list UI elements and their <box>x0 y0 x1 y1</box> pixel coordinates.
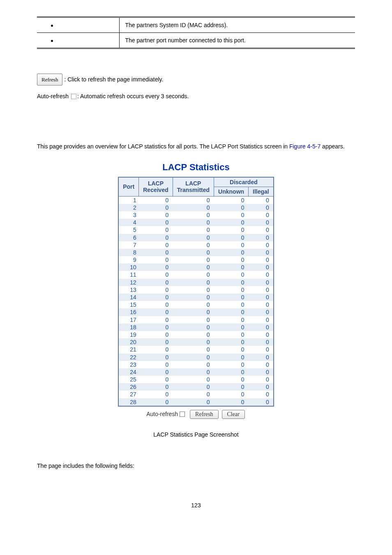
cell-lacp-received: 0 <box>139 308 173 316</box>
following-fields-text: The page includes the following fields: <box>37 462 355 469</box>
cell-lacp-received: 0 <box>139 331 173 338</box>
cell-discarded-illegal: 0 <box>249 354 274 361</box>
col-header-lacp-received: LACPReceived <box>139 177 173 197</box>
cell-port: 19 <box>118 331 139 338</box>
cell-discarded-illegal: 0 <box>249 324 274 331</box>
cell-discarded-illegal: 0 <box>249 264 274 271</box>
cell-port: 22 <box>118 354 139 361</box>
cell-lacp-received: 0 <box>139 286 173 294</box>
cell-lacp-received: 0 <box>139 391 173 398</box>
autorefresh-checkbox[interactable] <box>180 412 185 417</box>
cell-discarded-unknown: 0 <box>214 338 249 346</box>
desc-cell: The partners System ID (MAC address). <box>119 17 355 33</box>
figure-reference-link[interactable]: Figure 4-5-7 <box>289 143 321 150</box>
cell-discarded-unknown: 0 <box>214 241 249 249</box>
cell-lacp-received: 0 <box>139 368 173 376</box>
cell-discarded-unknown: 0 <box>214 279 249 286</box>
table-row: 40000 <box>118 219 274 226</box>
refresh-button[interactable]: Refresh <box>37 74 62 86</box>
cell-discarded-illegal: 0 <box>249 234 274 241</box>
table-row: 140000 <box>118 294 274 301</box>
cell-port: 23 <box>118 361 139 368</box>
cell-lacp-received: 0 <box>139 279 173 286</box>
cell-lacp-transmitted: 0 <box>173 346 214 353</box>
cell-discarded-illegal: 0 <box>249 294 274 301</box>
cell-discarded-unknown: 0 <box>214 308 249 316</box>
cell-discarded-illegal: 0 <box>249 346 274 353</box>
bullet-icon <box>51 25 53 27</box>
autorefresh-help-line: Auto-refresh : Automatic refresh occurs … <box>37 91 355 102</box>
cell-port: 2 <box>118 204 139 211</box>
cell-port: 13 <box>118 286 139 294</box>
autorefresh-prefix: Auto-refresh <box>37 93 70 99</box>
cell-discarded-unknown: 0 <box>214 294 249 301</box>
refresh-button[interactable]: Refresh <box>190 410 219 419</box>
col-header-unknown: Unknown <box>214 187 249 196</box>
cell-lacp-transmitted: 0 <box>173 383 214 391</box>
cell-discarded-unknown: 0 <box>214 368 249 376</box>
cell-discarded-unknown: 0 <box>214 324 249 331</box>
cell-lacp-received: 0 <box>139 361 173 368</box>
desc-cell: The partner port number connected to thi… <box>119 33 355 49</box>
cell-discarded-unknown: 0 <box>214 219 249 226</box>
cell-discarded-illegal: 0 <box>249 204 274 211</box>
cell-lacp-transmitted: 0 <box>173 211 214 219</box>
table-row: 110000 <box>118 271 274 278</box>
table-row: 50000 <box>118 226 274 234</box>
cell-lacp-transmitted: 0 <box>173 368 214 376</box>
cell-discarded-unknown: 0 <box>214 271 249 278</box>
cell-discarded-unknown: 0 <box>214 354 249 361</box>
col-header-port: Port <box>118 177 139 197</box>
table-row: 30000 <box>118 211 274 219</box>
cell-lacp-transmitted: 0 <box>173 316 214 324</box>
cell-port: 28 <box>118 398 139 406</box>
table-row: The partner port number connected to thi… <box>37 33 355 49</box>
cell-lacp-received: 0 <box>139 204 173 211</box>
table-row: 20000 <box>118 204 274 211</box>
table-row: 90000 <box>118 256 274 264</box>
lacp-statistics-table: Port LACPReceived LACPTransmitted Discar… <box>118 177 274 407</box>
table-row: 240000 <box>118 368 274 376</box>
cell-lacp-transmitted: 0 <box>173 398 214 406</box>
intro-after: appears. <box>321 143 344 150</box>
cell-lacp-transmitted: 0 <box>173 354 214 361</box>
table-row: The partners System ID (MAC address). <box>37 17 355 33</box>
cell-lacp-received: 0 <box>139 241 173 249</box>
cell-discarded-illegal: 0 <box>249 301 274 308</box>
cell-lacp-transmitted: 0 <box>173 331 214 338</box>
cell-discarded-unknown: 0 <box>214 391 249 398</box>
cell-lacp-received: 0 <box>139 346 173 353</box>
cell-port: 5 <box>118 226 139 234</box>
cell-discarded-unknown: 0 <box>214 204 249 211</box>
table-row: 200000 <box>118 338 274 346</box>
table-row: 160000 <box>118 308 274 316</box>
cell-lacp-received: 0 <box>139 226 173 234</box>
autorefresh-label: Auto-refresh <box>146 411 178 417</box>
cell-lacp-transmitted: 0 <box>173 324 214 331</box>
cell-lacp-transmitted: 0 <box>173 286 214 294</box>
cell-lacp-received: 0 <box>139 354 173 361</box>
cell-discarded-illegal: 0 <box>249 211 274 219</box>
cell-port: 11 <box>118 271 139 278</box>
col-header-illegal: Illegal <box>249 187 274 196</box>
cell-lacp-received: 0 <box>139 234 173 241</box>
cell-port: 20 <box>118 338 139 346</box>
clear-button[interactable]: Clear <box>222 410 245 419</box>
refresh-help-line: Refresh: Click to refresh the page immed… <box>37 74 355 86</box>
cell-lacp-transmitted: 0 <box>173 338 214 346</box>
cell-discarded-illegal: 0 <box>249 256 274 264</box>
cell-lacp-transmitted: 0 <box>173 376 214 383</box>
cell-lacp-transmitted: 0 <box>173 301 214 308</box>
checkbox-icon[interactable] <box>71 94 76 99</box>
table-row: 230000 <box>118 361 274 368</box>
cell-discarded-illegal: 0 <box>249 249 274 256</box>
cell-lacp-received: 0 <box>139 264 173 271</box>
cell-discarded-illegal: 0 <box>249 368 274 376</box>
cell-lacp-received: 0 <box>139 294 173 301</box>
cell-discarded-illegal: 0 <box>249 241 274 249</box>
cell-lacp-transmitted: 0 <box>173 249 214 256</box>
cell-lacp-received: 0 <box>139 249 173 256</box>
cell-port: 12 <box>118 279 139 286</box>
cell-discarded-unknown: 0 <box>214 256 249 264</box>
cell-port: 26 <box>118 383 139 391</box>
